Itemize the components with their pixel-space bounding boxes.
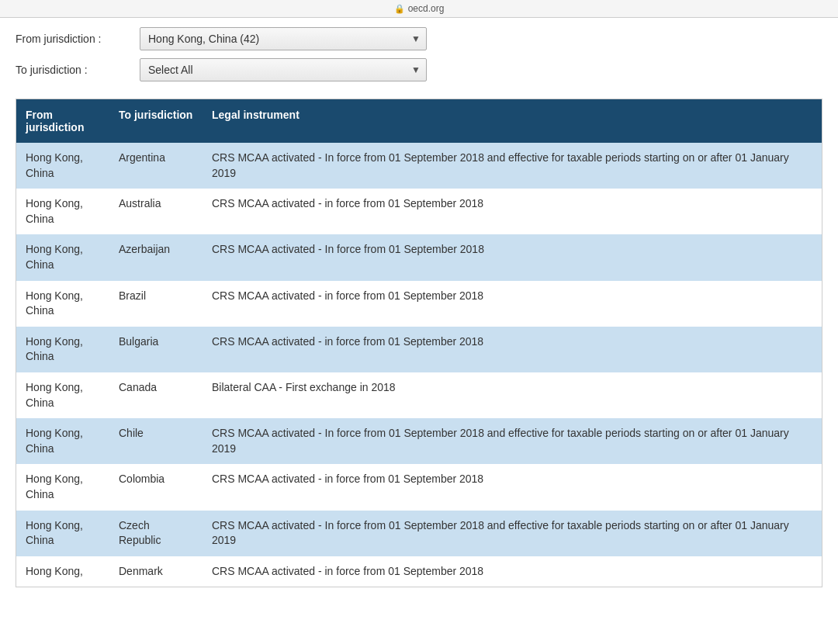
cell-to-jurisdiction: Brazil [109, 281, 203, 327]
cell-to-jurisdiction: Argentina [109, 143, 203, 189]
cell-from-jurisdiction: Hong Kong, China [16, 143, 109, 189]
cell-to-jurisdiction: Chile [109, 418, 203, 464]
cell-legal-instrument: CRS MCAA activated - in force from 01 Se… [203, 281, 822, 327]
cell-to-jurisdiction: Australia [109, 189, 203, 234]
cell-from-jurisdiction: Hong Kong, China [16, 327, 109, 372]
cell-legal-instrument: CRS MCAA activated - In force from 01 Se… [203, 418, 822, 464]
table-row: Hong Kong, ChinaAustraliaCRS MCAA activa… [16, 189, 822, 234]
header-from-jurisdiction: From jurisdiction [16, 99, 109, 143]
cell-legal-instrument: CRS MCAA activated - In force from 01 Se… [203, 234, 822, 280]
cell-from-jurisdiction: Hong Kong, China [16, 372, 109, 418]
cell-legal-instrument: Bilateral CAA - First exchange in 2018 [203, 372, 822, 418]
header-legal-instrument: Legal instrument [203, 99, 822, 143]
filter-section: From jurisdiction : Hong Kong, China (42… [0, 18, 838, 99]
from-jurisdiction-label: From jurisdiction : [16, 33, 140, 45]
cell-legal-instrument: CRS MCAA activated - in force from 01 Se… [203, 327, 822, 372]
cell-legal-instrument: CRS MCAA activated - In force from 01 Se… [203, 511, 822, 556]
top-bar: 🔒 oecd.org [0, 0, 838, 18]
results-table-wrapper: From jurisdiction To jurisdiction Legal … [16, 99, 822, 587]
table-row: Hong Kong, ChinaBrazilCRS MCAA activated… [16, 281, 822, 327]
cell-legal-instrument: CRS MCAA activated - in force from 01 Se… [203, 556, 822, 587]
header-to-jurisdiction: To jurisdiction [109, 99, 203, 143]
cell-to-jurisdiction: Bulgaria [109, 327, 203, 372]
cell-from-jurisdiction: Hong Kong, China [16, 189, 109, 234]
domain-label: oecd.org [408, 3, 445, 14]
cell-to-jurisdiction: Denmark [109, 556, 203, 587]
from-jurisdiction-select-wrapper: Hong Kong, China (42) ▼ [140, 27, 427, 50]
to-jurisdiction-select-wrapper: Select All ▼ [140, 58, 427, 81]
cell-to-jurisdiction: Azerbaijan [109, 234, 203, 280]
cell-to-jurisdiction: Czech Republic [109, 511, 203, 556]
table-row: Hong Kong, ChinaAzerbaijanCRS MCAA activ… [16, 234, 822, 280]
lock-icon: 🔒 [394, 4, 405, 14]
cell-legal-instrument: CRS MCAA activated - in force from 01 Se… [203, 464, 822, 510]
cell-legal-instrument: CRS MCAA activated - In force from 01 Se… [203, 143, 822, 189]
table-row: Hong Kong, ChinaChileCRS MCAA activated … [16, 418, 822, 464]
table-header-row: From jurisdiction To jurisdiction Legal … [16, 99, 822, 143]
cell-to-jurisdiction: Canada [109, 372, 203, 418]
table-row: Hong Kong,DenmarkCRS MCAA activated - in… [16, 556, 822, 587]
to-jurisdiction-row: To jurisdiction : Select All ▼ [16, 58, 822, 81]
cell-from-jurisdiction: Hong Kong, China [16, 281, 109, 327]
cell-legal-instrument: CRS MCAA activated - in force from 01 Se… [203, 189, 822, 234]
cell-to-jurisdiction: Colombia [109, 464, 203, 510]
table-row: Hong Kong, ChinaColombiaCRS MCAA activat… [16, 464, 822, 510]
from-jurisdiction-select[interactable]: Hong Kong, China (42) [140, 27, 427, 50]
table-row: Hong Kong, ChinaBulgariaCRS MCAA activat… [16, 327, 822, 372]
cell-from-jurisdiction: Hong Kong, [16, 556, 109, 587]
from-jurisdiction-row: From jurisdiction : Hong Kong, China (42… [16, 27, 822, 50]
cell-from-jurisdiction: Hong Kong, China [16, 234, 109, 280]
to-jurisdiction-select[interactable]: Select All [140, 58, 427, 81]
cell-from-jurisdiction: Hong Kong, China [16, 511, 109, 556]
to-jurisdiction-label: To jurisdiction : [16, 64, 140, 76]
results-table: From jurisdiction To jurisdiction Legal … [16, 99, 822, 587]
table-row: Hong Kong, ChinaCanadaBilateral CAA - Fi… [16, 372, 822, 418]
table-row: Hong Kong, ChinaArgentinaCRS MCAA activa… [16, 143, 822, 189]
table-row: Hong Kong, ChinaCzech RepublicCRS MCAA a… [16, 511, 822, 556]
cell-from-jurisdiction: Hong Kong, China [16, 418, 109, 464]
cell-from-jurisdiction: Hong Kong, China [16, 464, 109, 510]
